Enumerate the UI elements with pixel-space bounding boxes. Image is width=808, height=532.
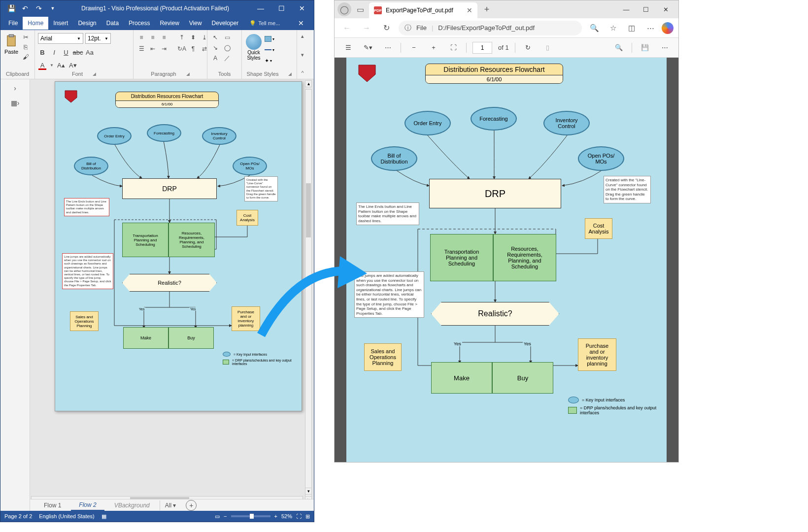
paragraph-dialog-launcher[interactable]: ◢ (186, 71, 190, 76)
split-screen-icon[interactable]: ◫ (624, 21, 639, 35)
contents-icon[interactable]: ☰ (341, 41, 355, 55)
ellipse-tool[interactable]: ◯ (222, 43, 232, 52)
font-size-dropdown[interactable]: 12pt.▼ (85, 33, 111, 44)
fit-width-icon[interactable]: ⛶ (446, 41, 460, 55)
more-tools-icon[interactable]: ⋯ (381, 41, 395, 55)
tab-file[interactable]: File (3, 17, 23, 30)
underline-button[interactable]: U (62, 48, 70, 57)
close-ribbon-button[interactable]: ✕ (291, 19, 311, 27)
italic-button[interactable]: I (50, 48, 59, 57)
address-bar[interactable]: ⓘ File | D:/Files/ExportPageToPdf_out.pd… (399, 21, 582, 35)
zoom-in-pdf[interactable]: + (427, 41, 440, 55)
ribbon-scroll-down[interactable]: ▾ (301, 52, 304, 58)
site-info-icon[interactable]: ⓘ (404, 24, 411, 33)
page-tab-all[interactable]: All ▾ (160, 500, 181, 510)
text-highlight-button[interactable]: Aa (85, 48, 94, 57)
tab-developer[interactable]: Developer (207, 17, 244, 30)
undo-icon[interactable]: ↶ (20, 3, 30, 13)
align-right-button[interactable]: ≡ (159, 33, 169, 42)
save-pdf-icon[interactable]: 💾 (638, 41, 652, 55)
close-button[interactable]: ✕ (292, 1, 312, 15)
page-tab-flow1[interactable]: Flow 1 (36, 500, 69, 510)
format-painter-icon[interactable]: 🖌 (21, 53, 30, 61)
save-icon[interactable]: 💾 (6, 3, 16, 13)
decrease-indent-button[interactable]: ⇤ (148, 44, 158, 53)
settings-menu-icon[interactable]: ⋯ (643, 21, 658, 35)
align-top-button[interactable]: ⤒ (177, 33, 187, 42)
page-tab-flow2[interactable]: Flow 2 (71, 500, 104, 511)
refresh-button[interactable]: ↻ (379, 21, 394, 35)
tab-insert[interactable]: Insert (48, 17, 73, 30)
quick-styles-button[interactable]: Quick Styles (245, 33, 263, 62)
align-middle-button[interactable]: ⬍ (188, 33, 198, 42)
page-tab-vbackground[interactable]: VBackground (106, 500, 158, 510)
tab-review[interactable]: Review (155, 17, 184, 30)
tab-process[interactable]: Process (124, 17, 155, 30)
minimize-button[interactable]: — (251, 1, 270, 15)
stencil-icon[interactable]: ▦› (10, 98, 21, 108)
browser-tab[interactable]: PDF ExportPageToPdf_out.pdf ✕ (369, 2, 477, 18)
rotate-text-button[interactable]: ↻A (177, 44, 187, 53)
new-tab-button[interactable]: + (479, 2, 494, 17)
page-number-input[interactable] (472, 42, 492, 54)
expand-shapes-icon[interactable]: › (10, 83, 21, 93)
tell-me-search[interactable]: 💡 Tell me... (243, 20, 280, 27)
macro-record-icon[interactable]: ▦ (101, 513, 106, 520)
shrink-font-button[interactable]: A▾ (68, 61, 77, 70)
increase-indent-button[interactable]: ⇥ (159, 44, 169, 53)
drawing-canvas[interactable]: ▴ Distribution Resources Flowchart 6/1/0… (30, 79, 314, 522)
paste-button[interactable]: Paste (3, 33, 19, 56)
zoom-slider[interactable] (231, 515, 270, 517)
redo-icon[interactable]: ↷ (34, 3, 44, 13)
zoom-in-button[interactable]: + (274, 513, 277, 519)
tab-actions-icon[interactable]: ▭ (353, 2, 367, 16)
edge-maximize-button[interactable]: ☐ (636, 2, 656, 17)
tab-view[interactable]: View (184, 17, 207, 30)
scroll-down-button[interactable]: ▾ (305, 488, 312, 495)
language-indicator[interactable]: English (United States) (39, 513, 95, 519)
page-view-icon[interactable]: ▯ (541, 41, 555, 55)
vertical-scrollbar[interactable] (305, 89, 312, 504)
font-name-dropdown[interactable]: Arial▼ (38, 33, 83, 44)
presentation-mode-icon[interactable]: ▭ (215, 513, 220, 520)
zoom-level[interactable]: 52% (281, 513, 292, 519)
fit-page-icon[interactable]: ⛶ (296, 513, 302, 519)
connector-tool[interactable]: ↘ (210, 43, 220, 52)
scroll-up-button[interactable]: ▴ (305, 80, 312, 87)
rotate-icon[interactable]: ↻ (521, 41, 535, 55)
zoom-out-button[interactable]: − (224, 513, 227, 519)
line-color-button[interactable]: ▾ (265, 46, 274, 54)
copy-icon[interactable]: ⎘ (21, 43, 30, 51)
bullets-button[interactable]: ☰ (136, 44, 146, 53)
tab-home[interactable]: Home (23, 17, 48, 30)
edge-minimize-button[interactable]: — (616, 2, 636, 17)
maximize-button[interactable]: ☐ (271, 1, 291, 15)
favorite-icon[interactable]: ☆ (606, 21, 620, 35)
rectangle-tool[interactable]: ▭ (222, 33, 232, 42)
find-icon[interactable]: 🔍 (612, 41, 626, 55)
shape-styles-dialog-launcher[interactable]: ◢ (288, 71, 292, 76)
back-button[interactable]: ← (339, 21, 354, 35)
align-center-button[interactable]: ≡ (148, 33, 158, 42)
bold-button[interactable]: B (38, 48, 47, 57)
add-page-button[interactable]: + (186, 500, 197, 511)
effects-button[interactable]: ✦▾ (265, 57, 274, 65)
draw-icon[interactable]: ✎▾ (361, 41, 375, 55)
cut-icon[interactable]: ✂ (21, 33, 30, 41)
tab-data[interactable]: Data (101, 17, 124, 30)
edge-close-button[interactable]: ✕ (656, 2, 675, 17)
pdf-viewer[interactable]: Distribution Resources Flowchart 6/1/00 (335, 58, 678, 462)
pdf-more-icon[interactable]: ⋯ (658, 41, 672, 55)
line-tool[interactable]: ／ (222, 54, 232, 63)
forward-button[interactable]: → (359, 21, 374, 35)
fill-color-button[interactable]: ▾ (265, 35, 274, 43)
pan-zoom-icon[interactable]: ⊞ (305, 513, 310, 520)
strikethrough-button[interactable]: abc (73, 48, 82, 57)
pointer-tool[interactable]: ↖ (210, 33, 220, 42)
collapse-ribbon-button[interactable]: ^ (301, 70, 303, 76)
zoom-addr-icon[interactable]: 🔍 (587, 21, 602, 35)
close-tab-button[interactable]: ✕ (467, 6, 472, 14)
text-tool[interactable]: A (210, 54, 220, 63)
qat-dropdown-icon[interactable]: ▼ (48, 3, 58, 13)
tab-design[interactable]: Design (73, 17, 101, 30)
